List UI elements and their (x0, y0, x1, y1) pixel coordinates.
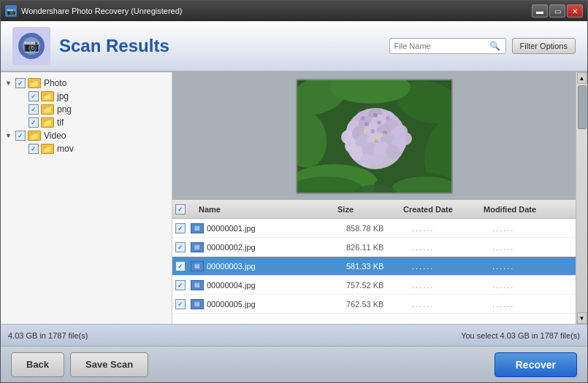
main-content: ▼ ✓ 📁 Photo ✓ 📁 jpg ✓ 📁 png (1, 72, 587, 324)
back-button[interactable]: Back (11, 352, 64, 377)
tree-label-photo: Photo (44, 78, 66, 88)
header-name: Name (196, 205, 335, 214)
table-row[interactable]: ✓ ▤ 00000004.jpg 757.52 KB ...... ...... (172, 276, 576, 295)
file-modified-2: ...... (492, 243, 573, 252)
search-input[interactable] (394, 42, 489, 50)
file-list-container: ✓ Name Size Created Date Modified Date ✓… (172, 200, 576, 324)
svg-point-46 (364, 129, 369, 134)
tree-check-jpg[interactable]: ✓ (28, 91, 39, 101)
filter-options-button[interactable]: Filter Options (512, 38, 576, 54)
tree-label-jpg: jpg (57, 91, 69, 101)
file-created-1: ...... (412, 224, 492, 233)
table-row[interactable]: ✓ ▤ 00000005.jpg 762.53 KB ...... ...... (172, 295, 576, 314)
tree-label-mov: mov (57, 144, 74, 154)
file-list-header: ✓ Name Size Created Date Modified Date (172, 200, 576, 219)
tree-label-tif: tif (57, 117, 64, 128)
folder-icon-video: 📁 (28, 131, 41, 141)
preview-area (172, 72, 576, 200)
tree-arrow-video: ▼ (5, 132, 15, 139)
svg-point-45 (373, 136, 378, 142)
tree-check-mov[interactable]: ✓ (28, 144, 39, 154)
file-icon-1: ▤ (191, 223, 204, 233)
svg-point-39 (386, 116, 390, 120)
window-controls: ▬ ▭ ✕ (532, 4, 583, 18)
svg-point-36 (372, 152, 385, 166)
svg-point-34 (386, 144, 400, 159)
status-bar: 4.03 GB in 1787 file(s) You select 4.03 … (1, 324, 587, 346)
header: 📷 Scan Results 🔍 Filter Options (1, 21, 587, 72)
file-name-4: 00000004.jpg (207, 281, 346, 290)
file-modified-3: ...... (492, 262, 573, 271)
close-button[interactable]: ✕ (567, 4, 583, 18)
maximize-button[interactable]: ▭ (549, 4, 565, 18)
tree-check-tif[interactable]: ✓ (28, 117, 39, 128)
page-title: Scan Results (59, 36, 389, 56)
file-icon-4: ▤ (191, 280, 204, 290)
tree-label-png: png (57, 104, 72, 115)
scrollbar-thumb[interactable] (578, 85, 587, 129)
row-checkbox-4[interactable]: ✓ (175, 280, 186, 290)
svg-point-37 (361, 116, 365, 120)
folder-icon-jpg: 📁 (41, 91, 54, 101)
folder-icon-tif: 📁 (41, 117, 54, 128)
svg-point-47 (381, 133, 386, 137)
table-row[interactable]: ✓ ▤ 00000002.jpg 826.11 KB ...... ...... (172, 238, 576, 257)
preview-image (296, 79, 453, 194)
file-name-2: 00000002.jpg (207, 243, 346, 252)
svg-point-41 (377, 120, 381, 125)
save-scan-button[interactable]: Save Scan (70, 352, 148, 377)
table-row[interactable]: ✓ ▤ 00000003.jpg 581.33 KB ...... ...... (172, 257, 576, 276)
svg-point-40 (364, 122, 369, 126)
file-modified-4: ...... (492, 281, 573, 290)
folder-icon-photo: 📁 (28, 78, 41, 88)
file-tree-sidebar: ▼ ✓ 📁 Photo ✓ 📁 jpg ✓ 📁 png (1, 72, 172, 324)
file-name-3: 00000003.jpg (207, 262, 346, 271)
header-checkbox[interactable]: ✓ (175, 204, 186, 214)
tree-check-photo[interactable]: ✓ (15, 78, 26, 88)
table-row[interactable]: ✓ ▤ 00000001.jpg 858.78 KB ...... ...... (172, 219, 576, 238)
file-icon-3: ▤ (191, 261, 204, 271)
tree-item-tif[interactable]: ✓ 📁 tif (4, 116, 169, 129)
tree-item-jpg[interactable]: ✓ 📁 jpg (4, 90, 169, 103)
row-checkbox-1[interactable]: ✓ (175, 223, 186, 233)
titlebar: 📷 Wondershare Photo Recovery (Unregister… (1, 1, 587, 21)
file-name-5: 00000005.jpg (207, 300, 346, 309)
header-size: Size (335, 205, 400, 214)
tree-item-photo[interactable]: ▼ ✓ 📁 Photo (4, 77, 169, 90)
minimize-button[interactable]: ▬ (532, 4, 548, 18)
header-logo: 📷 (12, 27, 50, 65)
file-created-5: ...... (412, 300, 492, 309)
file-icon-5: ▤ (191, 299, 204, 309)
file-name-1: 00000001.jpg (207, 224, 346, 233)
scrollbar[interactable]: ▲ ▼ (576, 72, 587, 324)
row-checkbox-5[interactable]: ✓ (175, 299, 186, 309)
row-checkbox-2[interactable]: ✓ (175, 242, 186, 252)
file-size-4: 757.52 KB (346, 281, 412, 290)
tree-arrow-photo: ▼ (5, 80, 15, 87)
scrollbar-down-arrow[interactable]: ▼ (577, 312, 587, 324)
file-modified-1: ...... (492, 224, 573, 233)
header-created: Created Date (400, 205, 481, 214)
svg-point-38 (373, 113, 378, 117)
svg-text:📷: 📷 (23, 37, 40, 53)
tree-item-video[interactable]: ▼ ✓ 📁 Video (4, 129, 169, 142)
scrollbar-up-arrow[interactable]: ▲ (577, 72, 587, 84)
status-left: 4.03 GB in 1787 file(s) (8, 331, 88, 340)
file-rows-list: ✓ ▤ 00000001.jpg 858.78 KB ...... ......… (172, 219, 576, 324)
file-size-3: 581.33 KB (346, 262, 412, 271)
tree-check-video[interactable]: ✓ (15, 131, 26, 141)
file-created-3: ...... (412, 262, 492, 271)
tree-item-mov[interactable]: ✓ 📁 mov (4, 142, 169, 155)
header-modified: Modified Date (481, 205, 561, 214)
footer: Back Save Scan Recover (1, 346, 587, 382)
tree-label-video: Video (44, 131, 66, 141)
tree-check-png[interactable]: ✓ (28, 104, 39, 115)
row-checkbox-3[interactable]: ✓ (175, 261, 186, 271)
recover-button[interactable]: Recover (495, 352, 577, 377)
app-window: 📷 Wondershare Photo Recovery (Unregister… (0, 0, 588, 383)
file-icon-2: ▤ (191, 242, 204, 252)
tree-item-png[interactable]: ✓ 📁 png (4, 103, 169, 116)
search-box[interactable]: 🔍 (389, 38, 506, 54)
svg-point-42 (370, 129, 375, 134)
status-right: You select 4.03 GB in 1787 file(s) (461, 331, 580, 340)
